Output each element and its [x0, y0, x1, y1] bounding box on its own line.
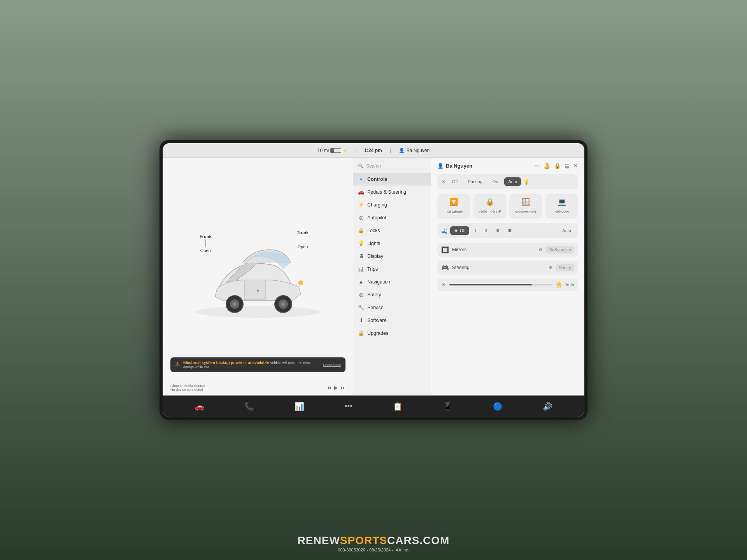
- watermark-sub: 000-39053020 - 03/25/2024 - IAA Inc.: [298, 548, 450, 552]
- more-dock-icon: •••: [344, 402, 352, 411]
- safety-icon: ◎: [358, 292, 364, 298]
- search-bar[interactable]: 🔍 Search: [353, 161, 431, 171]
- svg-point-0: [196, 306, 320, 318]
- warning-main: Electrical system backup power is unavai…: [183, 360, 269, 365]
- status-bar: 10 mi ⚡ | 1:24 pm | 👤 Ba Nguyen: [163, 143, 584, 158]
- dock-item-volume[interactable]: 🔊: [543, 402, 552, 411]
- menu-item-service[interactable]: 🔧 Service: [353, 301, 431, 314]
- media-dock-icon: 📊: [295, 402, 304, 411]
- autopilot-label: Autopilot: [367, 215, 386, 220]
- fold-mirrors-control[interactable]: 🔽 Fold Mirrors: [437, 194, 470, 219]
- menu-item-controls[interactable]: ● Controls: [353, 173, 431, 186]
- dock-item-more[interactable]: •••: [344, 402, 352, 411]
- steering-option[interactable]: Sentry: [556, 264, 574, 271]
- wiper-speed-4[interactable]: IIII: [505, 226, 516, 235]
- media-source: Choose Media Source: [170, 384, 323, 388]
- menu-item-trips[interactable]: 📊 Trips: [353, 262, 431, 275]
- menu-icon[interactable]: ▤: [565, 163, 570, 169]
- controls-header: 👤 Ba Nguyen ☆ 🔔 🔒 ▤ ✕: [437, 163, 578, 169]
- search-icon: 🔍: [358, 163, 364, 169]
- brightness-row: ☀ ☀️ Auto: [437, 278, 578, 291]
- wiper-off-button[interactable]: 👁 Off: [450, 226, 469, 235]
- menu-item-locks[interactable]: 🔒 Locks: [353, 224, 431, 237]
- controls-icon: ●: [358, 176, 364, 182]
- menu-item-display[interactable]: 🖥 Display: [353, 250, 431, 262]
- battery-info: 10 mi ⚡: [317, 148, 347, 153]
- dock-item-bluetooth[interactable]: 🔵: [493, 402, 503, 411]
- dock-item-car[interactable]: 🚗: [195, 402, 204, 411]
- service-icon: 🔧: [358, 304, 364, 310]
- mirrors-row: 🔲 Mirrors ⚙ OnSqueeze: [437, 243, 578, 257]
- menu-item-software[interactable]: ⬇ Software: [353, 314, 431, 327]
- child-lock-label: Child Lock Off: [479, 210, 501, 214]
- light-sun-icon: ☀: [441, 179, 446, 185]
- watermark: RENEWSPORTSCARS.COM 000-39053020 - 03/25…: [298, 534, 450, 552]
- mirrors-option[interactable]: OnSqueeze: [545, 246, 574, 254]
- brightness-slider[interactable]: [449, 284, 552, 285]
- star-icon[interactable]: ☆: [535, 163, 540, 169]
- lock-status-icon[interactable]: 🔒: [554, 163, 561, 169]
- charging-label: Charging: [367, 202, 387, 208]
- lights-on-button[interactable]: On: [489, 177, 502, 186]
- user-header: 👤 Ba Nguyen: [437, 163, 472, 169]
- software-label: Software: [367, 318, 386, 323]
- watermark-brand: RENEWSPORTSCARS.COM: [298, 534, 450, 547]
- lights-parking-button[interactable]: Parking: [464, 177, 486, 186]
- dock-item-media[interactable]: 📊: [295, 402, 304, 411]
- warning-text: Electrical system backup power is unavai…: [183, 360, 320, 369]
- dock-item-apps[interactable]: 📋: [393, 402, 403, 411]
- charge-icon: ⚡: [343, 148, 347, 152]
- bluetooth-dock-icon: 🔵: [493, 402, 503, 411]
- upgrades-icon: 🔒: [358, 330, 364, 336]
- dock-item-recent[interactable]: 📱: [443, 402, 452, 411]
- learn-more-link[interactable]: Learn More: [323, 363, 341, 367]
- close-icon[interactable]: ✕: [573, 163, 578, 169]
- warning-banner: ⚠ Electrical system backup power is unav…: [170, 357, 345, 372]
- child-lock-control[interactable]: 🔒 Child Lock Off: [473, 194, 507, 219]
- steering-toggle[interactable]: ⚙: [549, 265, 552, 270]
- menu-item-navigation[interactable]: ▲ Navigation: [353, 275, 431, 288]
- lights-label: Lights: [367, 241, 380, 246]
- wiper-speed-1[interactable]: I: [472, 226, 479, 235]
- lights-off-button[interactable]: Off: [448, 177, 461, 186]
- wiper-speed-3[interactable]: III: [493, 226, 502, 235]
- controls-panel: 👤 Ba Nguyen ☆ 🔔 🔒 ▤ ✕ ☀: [431, 158, 584, 396]
- dock-item-phone[interactable]: 📞: [244, 402, 254, 411]
- charging-icon: ⚡: [358, 202, 364, 208]
- menu-panel: 🔍 Search ● Controls 🚗 Pedals & Steering …: [353, 158, 431, 396]
- svg-text:⚡: ⚡: [299, 281, 303, 285]
- menu-item-safety[interactable]: ◎ Safety: [353, 288, 431, 301]
- media-info: Choose Media Source No device connected: [170, 384, 323, 392]
- menu-item-charging[interactable]: ⚡ Charging: [353, 198, 431, 211]
- wiper-icon: 🌊: [441, 228, 448, 234]
- menu-item-pedals[interactable]: 🚗 Pedals & Steering: [353, 186, 431, 198]
- search-placeholder: Search: [366, 163, 381, 169]
- brightness-auto-label: Auto: [565, 282, 574, 287]
- media-bar: Choose Media Source No device connected …: [170, 384, 345, 392]
- pedals-icon: 🚗: [358, 189, 364, 195]
- next-button[interactable]: ⏭: [341, 385, 345, 390]
- window-lock-control[interactable]: 🪟 Window Lock: [509, 194, 542, 219]
- fold-mirrors-label: Fold Mirrors: [444, 210, 463, 214]
- media-controls: ⏮ ▶ ⏭: [326, 385, 345, 390]
- menu-item-lights[interactable]: 💡 Lights: [353, 237, 431, 250]
- divider2: |: [390, 148, 391, 153]
- wiper-speed-2[interactable]: II: [482, 226, 490, 235]
- safety-label: Safety: [367, 292, 381, 298]
- frunk-label: Frunk Open: [200, 234, 212, 253]
- lights-auto-button[interactable]: Auto: [504, 177, 521, 186]
- media-status: No device connected: [170, 388, 323, 392]
- tesla-screen: 10 mi ⚡ | 1:24 pm | 👤 Ba Nguyen: [160, 140, 587, 420]
- mirrors-toggle[interactable]: ⚙: [538, 247, 542, 252]
- menu-item-upgrades[interactable]: 🔒 Upgrades: [353, 327, 431, 340]
- prev-button[interactable]: ⏮: [326, 385, 331, 390]
- range-text: 10 mi: [317, 148, 329, 153]
- sideview-control[interactable]: 💻 Sideview: [545, 194, 579, 219]
- steering-row: 🎮 Steering ⚙ Sentry: [437, 261, 578, 275]
- locks-label: Locks: [367, 228, 380, 233]
- car-dock-icon: 🚗: [195, 402, 204, 411]
- menu-item-autopilot[interactable]: ◎ Autopilot: [353, 211, 431, 224]
- play-button[interactable]: ▶: [334, 385, 338, 390]
- bell-icon[interactable]: 🔔: [544, 163, 550, 169]
- user-avatar-icon: 👤: [437, 163, 444, 169]
